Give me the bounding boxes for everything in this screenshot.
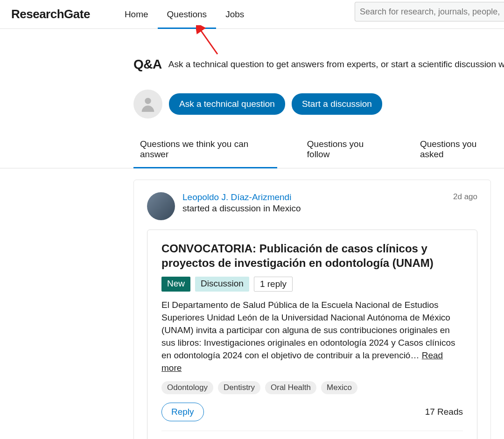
badge-replies[interactable]: 1 reply <box>254 277 293 292</box>
author-avatar[interactable] <box>147 192 175 220</box>
filter-bar: Questions we think you can answer Questi… <box>0 135 504 168</box>
nav-questions[interactable]: Questions <box>158 0 217 28</box>
qa-intro: Q&A Ask a technical question to get answ… <box>0 29 504 118</box>
qa-title: Q&A <box>133 57 162 72</box>
post-action-line: started a discussion in Mexico <box>182 203 446 214</box>
tag-dentistry[interactable]: Dentistry <box>218 381 260 394</box>
svg-point-1 <box>145 98 151 104</box>
badge-row: New Discussion 1 reply <box>161 277 463 292</box>
person-icon <box>139 95 157 113</box>
post-timestamp: 2d ago <box>453 192 477 220</box>
nav-jobs[interactable]: Jobs <box>216 0 253 28</box>
tag-mexico[interactable]: Mexico <box>321 381 357 394</box>
search-input[interactable] <box>360 2 499 21</box>
qa-subtitle: Ask a technical question to get answers … <box>168 59 504 70</box>
badge-discussion: Discussion <box>195 277 249 292</box>
filter-you-asked[interactable]: Questions you asked <box>413 135 504 168</box>
filter-can-answer[interactable]: Questions we think you can answer <box>133 135 277 168</box>
search-box[interactable] <box>355 2 504 21</box>
ask-question-button[interactable]: Ask a technical question <box>169 93 285 115</box>
filter-you-follow[interactable]: Questions you follow <box>301 135 390 168</box>
nav-home[interactable]: Home <box>115 0 158 28</box>
feed: Leopoldo J. Díaz-Arizmendi started a dis… <box>0 168 504 439</box>
start-discussion-button[interactable]: Start a discussion <box>292 93 382 115</box>
post-title[interactable]: CONVOCATORIA: Publicación de casos clíni… <box>161 241 463 270</box>
tag-odontology[interactable]: Odontology <box>161 381 213 394</box>
post-body-text: El Departamento de Salud Pública de la E… <box>161 300 455 360</box>
reply-button[interactable]: Reply <box>161 403 204 421</box>
main-nav: Home Questions Jobs <box>115 0 253 28</box>
author-link[interactable]: Leopoldo J. Díaz-Arizmendi <box>182 192 291 202</box>
logo[interactable]: ResearchGate <box>11 7 90 21</box>
tag-row: Odontology Dentistry Oral Health Mexico <box>161 381 463 394</box>
tag-oral-health[interactable]: Oral Health <box>265 381 316 394</box>
post-body-card: CONVOCATORIA: Publicación de casos clíni… <box>147 230 477 439</box>
post-body: El Departamento de Salud Pública de la E… <box>161 299 463 375</box>
top-header: ResearchGate Home Questions Jobs <box>0 0 504 29</box>
user-avatar-placeholder <box>133 90 162 118</box>
question-card: Leopoldo J. Díaz-Arizmendi started a dis… <box>133 180 491 439</box>
badge-new: New <box>161 277 190 292</box>
reads-count: 17 Reads <box>425 407 463 417</box>
